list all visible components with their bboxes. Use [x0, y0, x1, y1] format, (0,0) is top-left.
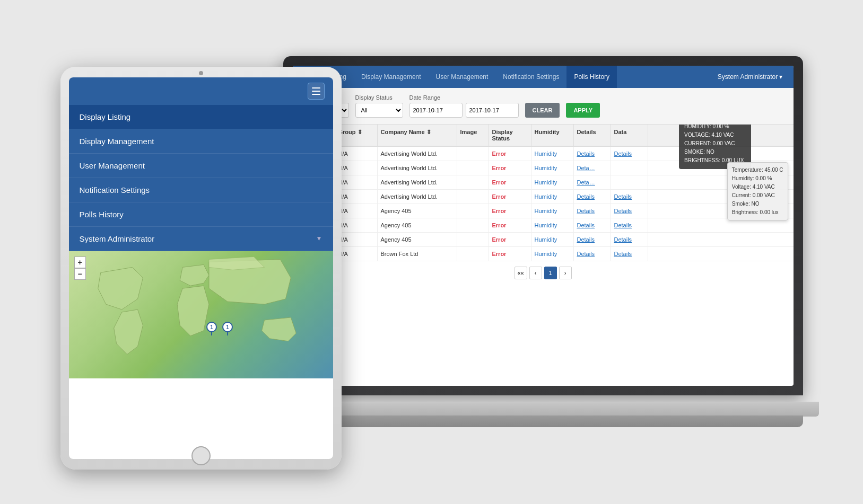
map-background: + − 1	[69, 251, 333, 378]
cell-status: Error	[489, 204, 531, 218]
tooltip2-current: Current: 0.00 VAC	[732, 191, 783, 200]
cell-status: Error	[489, 233, 531, 246]
filter-date-to[interactable]	[466, 103, 519, 118]
tooltip2-temperature: Temperature: 45.00 C	[732, 166, 783, 174]
cell-image	[457, 233, 489, 246]
map-marker: 1	[206, 321, 217, 338]
cell-status: Error	[489, 247, 531, 261]
cell-details1[interactable]: Details	[574, 218, 611, 232]
cell-details1[interactable]: Details	[574, 190, 611, 204]
table-row: N/A N/A Advertising World Ltd. Error Hum…	[293, 190, 794, 204]
cell-company: Advertising World Ltd.	[378, 175, 457, 189]
filter-display-status-select[interactable]: All	[355, 103, 403, 118]
hamburger-button[interactable]	[308, 83, 325, 100]
tablet-menu: Display Listing Display Management User …	[69, 105, 333, 251]
table-row: N/A N/A Advertising World Ltd. Error Hum…	[293, 147, 794, 161]
map-svg	[69, 251, 333, 378]
cell-group: N/A	[335, 175, 378, 189]
cell-status: Error	[489, 175, 531, 189]
cell-company: Agency 405	[378, 218, 457, 232]
cell-group: N/A	[335, 161, 378, 175]
cell-humidity: Humidity	[531, 218, 574, 232]
sidebar-item-label: Polls History	[80, 210, 124, 219]
tablet-home-button[interactable]	[191, 446, 211, 465]
clear-button[interactable]: CLEAR	[525, 103, 560, 118]
tab-user-management[interactable]: User Management	[429, 66, 496, 88]
sidebar-item-user-management[interactable]: User Management	[69, 154, 333, 178]
map-view: + − 1	[69, 251, 333, 378]
svg-text:1: 1	[211, 324, 214, 330]
map-zoom-in-button[interactable]: +	[74, 257, 86, 268]
cell-humidity: Humidity	[531, 161, 574, 175]
tooltip-current: CURRENT: 0.00 VAC	[684, 139, 745, 148]
cell-humidity: Humidity	[531, 190, 574, 204]
cell-details2	[611, 161, 648, 175]
tooltip-voltage: VOLTAGE: 4.10 VAC	[684, 131, 745, 139]
cell-details1[interactable]: Details	[574, 233, 611, 246]
map-zoom-out-button[interactable]: −	[74, 268, 86, 280]
sidebar-item-label: Display Listing	[80, 112, 131, 121]
scene: Display Listing Display Management User …	[60, 24, 803, 480]
tooltip2-smoke: Smoke: NO	[732, 200, 783, 208]
sidebar-item-notification-settings[interactable]: Notification Settings	[69, 178, 333, 202]
sidebar-item-display-management[interactable]: Display Management	[69, 129, 333, 154]
table-row: N/A N/A Advertising World Ltd. Error Hum…	[293, 175, 794, 190]
pagination: «« ‹ 1 ›	[293, 261, 794, 285]
laptop-screen: Display Listing Display Management User …	[293, 66, 794, 386]
cell-details1[interactable]: Details	[574, 247, 611, 261]
tablet-frame: Display Listing Display Management User …	[60, 67, 342, 470]
tablet-screen: Display Listing Display Management User …	[69, 77, 333, 459]
cell-details2[interactable]: Details	[611, 218, 648, 232]
hamburger-line	[312, 94, 320, 95]
tab-notification-settings[interactable]: Notification Settings	[495, 66, 566, 88]
table-row: N/A N/A Brown Fox Ltd Error Humidity Det…	[293, 247, 794, 261]
cell-details1[interactable]: Deta…	[574, 161, 611, 175]
tooltip2-voltage: Voltage: 4.10 VAC	[732, 183, 783, 191]
cell-details2[interactable]: Details	[611, 190, 648, 204]
cell-details2[interactable]: Details	[611, 247, 648, 261]
laptop-base	[267, 402, 819, 417]
tablet-header	[69, 77, 333, 105]
data-table: Name ⇕ Group ⇕ Company Name ⇕ Image Disp…	[293, 125, 794, 261]
sidebar-item-polls-history[interactable]: Polls History	[69, 202, 333, 227]
cell-details1[interactable]: Details	[574, 204, 611, 218]
cell-company: Brown Fox Ltd	[378, 247, 457, 261]
page-prev-button[interactable]: ‹	[529, 267, 542, 279]
cell-humidity: Humidity	[531, 247, 574, 261]
tablet-camera	[199, 71, 203, 75]
table-row: N/A N/A Agency 405 Error Humidity Detail…	[293, 233, 794, 247]
cell-details2[interactable]: Details	[611, 204, 648, 218]
laptop-body: Display Listing Display Management User …	[283, 56, 803, 395]
cell-details1[interactable]: Details	[574, 147, 611, 161]
cell-group: N/A	[335, 247, 378, 261]
cell-details1[interactable]: Deta…	[574, 175, 611, 189]
th-display-status: Display Status	[489, 125, 531, 146]
page-next-button[interactable]: ›	[559, 267, 572, 279]
cell-humidity: Humidity	[531, 175, 574, 189]
cell-humidity: Humidity	[531, 233, 574, 246]
cell-details2[interactable]: Details	[611, 233, 648, 246]
cell-status: Error	[489, 218, 531, 232]
sidebar-item-display-listing[interactable]: Display Listing	[69, 105, 333, 129]
page-first-button[interactable]: ««	[515, 267, 527, 279]
laptop-foot	[283, 415, 803, 427]
cell-status: Error	[489, 147, 531, 161]
apply-button[interactable]: APPLY	[566, 103, 600, 118]
cell-image	[457, 175, 489, 189]
chevron-down-icon: ▼	[316, 235, 322, 242]
tooltip2-brightness: Brightness: 0.00 lux	[732, 208, 783, 217]
admin-menu[interactable]: System Administrator ▾	[712, 73, 788, 81]
cell-company: Advertising World Ltd.	[378, 190, 457, 204]
cell-details2[interactable]: Details	[611, 147, 648, 161]
sidebar-item-system-administrator[interactable]: System Administrator ▼	[69, 227, 333, 251]
cell-company: Agency 405	[378, 233, 457, 246]
cell-image	[457, 218, 489, 232]
tab-display-management[interactable]: Display Management	[354, 66, 429, 88]
filter-date-from[interactable]	[409, 103, 463, 118]
filter-date-range-label: Date Range	[409, 94, 519, 101]
page-current-button[interactable]: 1	[544, 267, 557, 279]
cell-image	[457, 161, 489, 175]
tab-polls-history[interactable]: Polls History	[566, 66, 617, 88]
filter-display-status-group: Display Status All	[355, 94, 403, 118]
sidebar-item-label: User Management	[80, 161, 145, 170]
